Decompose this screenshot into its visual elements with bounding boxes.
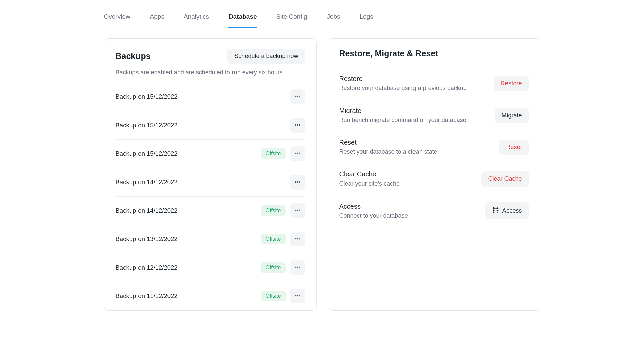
schedule-backup-button[interactable]: Schedule a backup now [227, 49, 305, 64]
backup-label: Backup on 12/12/2022 [116, 264, 178, 271]
backup-label: Backup on 14/12/2022 [116, 178, 178, 186]
restore-card: Restore, Migrate & Reset RestoreRestore … [328, 38, 540, 311]
action-title: Clear Cache [339, 170, 400, 178]
action-title: Migrate [339, 107, 466, 115]
action-desc: Run bench migrate command on your databa… [339, 117, 466, 124]
backup-row: Backup on 14/12/2022 [116, 168, 305, 197]
svg-point-10 [297, 181, 298, 182]
svg-point-22 [297, 295, 298, 296]
backup-row: Backup on 13/12/2022Offsite [116, 225, 305, 253]
tab-analytics[interactable]: Analytics [184, 13, 209, 28]
action-desc: Connect to your database [339, 212, 408, 219]
tabs: OverviewAppsAnalyticsDatabaseSite Config… [104, 13, 540, 28]
more-horizontal-icon [294, 207, 301, 215]
svg-point-12 [295, 210, 296, 211]
svg-point-14 [299, 210, 300, 211]
backup-more-button[interactable] [290, 146, 305, 161]
backup-row: Backup on 14/12/2022Offsite [116, 197, 305, 225]
backups-title: Backups [116, 51, 151, 61]
more-horizontal-icon [294, 264, 301, 272]
more-horizontal-icon [294, 235, 301, 243]
svg-point-16 [297, 238, 298, 239]
svg-point-5 [299, 124, 300, 125]
svg-point-7 [297, 153, 298, 154]
reset-button[interactable]: Reset [499, 140, 528, 155]
button-label: Restore [500, 80, 522, 87]
migrate-button[interactable]: Migrate [495, 108, 528, 123]
action-desc: Clear your site's cache [339, 180, 400, 187]
svg-point-13 [297, 210, 298, 211]
action-row-reset: ResetReset your database to a clean stat… [339, 131, 529, 163]
svg-point-1 [297, 96, 298, 97]
backup-label: Backup on 14/12/2022 [116, 207, 178, 214]
offsite-badge: Offsite [261, 262, 286, 273]
tab-database[interactable]: Database [228, 13, 257, 28]
svg-point-8 [299, 153, 300, 154]
action-row-migrate: MigrateRun bench migrate command on your… [339, 99, 529, 131]
svg-point-6 [295, 153, 296, 154]
offsite-badge: Offsite [261, 148, 286, 159]
svg-point-21 [295, 295, 296, 296]
svg-point-9 [295, 181, 296, 182]
offsite-badge: Offsite [261, 205, 286, 216]
action-list: RestoreRestore your database using a pre… [339, 68, 529, 227]
svg-point-17 [299, 238, 300, 239]
action-title: Reset [339, 139, 437, 146]
tab-overview[interactable]: Overview [104, 13, 130, 28]
backup-more-button[interactable] [290, 89, 305, 104]
svg-point-2 [299, 96, 300, 97]
more-horizontal-icon [294, 93, 301, 101]
backups-card: Backups Schedule a backup now Backups ar… [104, 38, 317, 311]
more-horizontal-icon [294, 178, 301, 186]
svg-point-23 [299, 295, 300, 296]
restore-title: Restore, Migrate & Reset [339, 49, 529, 58]
svg-point-3 [295, 124, 296, 125]
clear-cache-button[interactable]: Clear Cache [481, 171, 528, 187]
svg-point-20 [299, 267, 300, 268]
backup-row: Backup on 11/12/2022Offsite [116, 282, 305, 310]
svg-point-0 [295, 96, 296, 97]
backup-row: Backup on 15/12/2022 [116, 83, 305, 111]
action-row-restore: RestoreRestore your database using a pre… [339, 68, 529, 99]
offsite-badge: Offsite [261, 291, 286, 301]
button-label: Access [502, 207, 522, 214]
button-label: Migrate [501, 112, 522, 119]
svg-point-15 [295, 238, 296, 239]
action-title: Restore [339, 75, 467, 83]
backup-label: Backup on 15/12/2022 [116, 150, 178, 157]
backup-label: Backup on 11/12/2022 [116, 292, 178, 300]
backup-row: Backup on 12/12/2022Offsite [116, 253, 305, 282]
more-horizontal-icon [294, 150, 301, 158]
svg-point-19 [297, 267, 298, 268]
action-desc: Reset your database to a clean state [339, 148, 437, 155]
restore-button[interactable]: Restore [494, 76, 528, 91]
backup-more-button[interactable] [290, 289, 305, 303]
offsite-badge: Offsite [261, 234, 286, 244]
backup-more-button[interactable] [290, 232, 305, 246]
access-button[interactable]: Access [485, 202, 528, 219]
action-title: Access [339, 203, 408, 210]
action-row-clear-cache: Clear CacheClear your site's cacheClear … [339, 163, 529, 195]
action-desc: Restore your database using a previous b… [339, 85, 467, 92]
backup-list: Backup on 15/12/2022Backup on 15/12/2022… [116, 83, 305, 310]
backup-row: Backup on 15/12/2022 [116, 111, 305, 140]
tab-logs[interactable]: Logs [360, 13, 373, 28]
backup-more-button[interactable] [290, 118, 305, 133]
backup-label: Backup on 15/12/2022 [116, 122, 178, 129]
backup-more-button[interactable] [290, 175, 305, 190]
backup-more-button[interactable] [290, 203, 305, 218]
svg-point-4 [297, 124, 298, 125]
button-label: Reset [506, 144, 522, 151]
svg-point-11 [299, 181, 300, 182]
button-label: Clear Cache [488, 175, 522, 183]
backup-label: Backup on 15/12/2022 [116, 93, 178, 100]
backup-label: Backup on 13/12/2022 [116, 235, 178, 243]
more-horizontal-icon [294, 292, 301, 300]
tab-site-config[interactable]: Site Config [276, 13, 307, 28]
tab-jobs[interactable]: Jobs [327, 13, 340, 28]
database-icon [492, 206, 499, 215]
action-row-access: AccessConnect to your databaseAccess [339, 195, 529, 227]
backup-more-button[interactable] [290, 260, 305, 275]
tab-apps[interactable]: Apps [150, 13, 164, 28]
backup-row: Backup on 15/12/2022Offsite [116, 140, 305, 168]
